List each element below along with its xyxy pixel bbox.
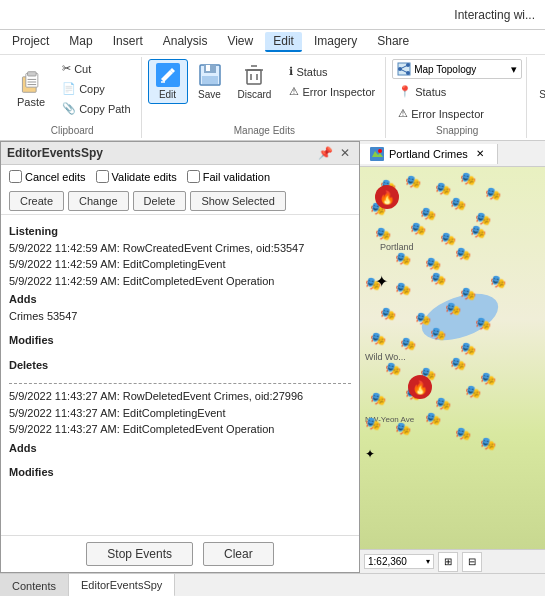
crime-dot: 🎭	[430, 272, 446, 285]
paste-label: Paste	[17, 96, 45, 108]
cut-icon: ✂	[62, 62, 71, 75]
discard-label: Discard	[238, 89, 272, 100]
manage-edits-items: ℹ Status ⚠ Error Inspector	[283, 62, 381, 101]
crime-dot: 🎭	[475, 317, 491, 330]
paste-icon	[19, 70, 43, 94]
main-content: EditorEventsSpy 📌 ✕ Cancel edits Validat…	[0, 141, 545, 573]
panel-controls: 📌 ✕	[317, 145, 353, 161]
crime-dot: 🎭	[460, 172, 476, 185]
crime-dot: 🎭	[480, 372, 496, 385]
discard-button[interactable]: Discard	[232, 59, 278, 104]
crime-dot: 🎭	[375, 227, 391, 240]
crime-dot: 🎭	[420, 207, 436, 220]
error-inspector-label: Error Inspector	[302, 86, 375, 98]
map-topology-dropdown[interactable]: Map Topology ▾	[392, 59, 522, 79]
grid-button-2[interactable]: ⊟	[462, 552, 482, 572]
tab-editor-events-spy[interactable]: EditorEventsSpy	[69, 574, 175, 596]
save-button[interactable]: Save	[190, 59, 230, 104]
log-section: Deletes	[9, 357, 351, 374]
validate-edits-checkbox-label[interactable]: Validate edits	[96, 170, 177, 183]
crime-dot: 🎭	[450, 197, 466, 210]
crime-dot: 🎭	[400, 337, 416, 350]
cancel-edits-label: Cancel edits	[25, 171, 86, 183]
discard-icon	[242, 63, 266, 87]
title-text: Interacting wi...	[454, 8, 535, 22]
status-button[interactable]: ℹ Status	[283, 62, 381, 81]
menu-edit[interactable]: Edit	[265, 32, 302, 52]
cancel-edits-checkbox[interactable]	[9, 170, 22, 183]
log-entry: 5/9/2022 11:42:59 AM: EditCompletedEvent…	[9, 273, 351, 290]
tab-contents[interactable]: Contents	[0, 574, 69, 596]
delete-button[interactable]: Delete	[133, 191, 187, 211]
log-section: Adds	[9, 440, 351, 457]
log-section: Adds	[9, 291, 351, 308]
editor-panel-header: EditorEventsSpy 📌 ✕	[1, 142, 359, 165]
show-selected-button[interactable]: Show Selected	[190, 191, 285, 211]
copy-button[interactable]: 📄 Copy	[56, 79, 136, 98]
log-entry: 5/9/2022 11:42:59 AM: RowCreatedEvent Cr…	[9, 240, 351, 257]
toolbar: Paste ✂ Cut 📄 Copy 📎 Copy Path Clipboard	[0, 55, 545, 141]
menu-analysis[interactable]: Analysis	[155, 32, 216, 52]
tab-bar: Contents EditorEventsSpy	[0, 573, 545, 596]
stop-events-button[interactable]: Stop Events	[86, 542, 193, 566]
map-tab-icon	[370, 147, 384, 161]
panel-close-button[interactable]: ✕	[337, 145, 353, 161]
svg-rect-10	[206, 65, 210, 71]
edit-buttons: Edit Save	[148, 59, 382, 104]
snapping-error-button[interactable]: ⚠ Error Inspector	[392, 104, 522, 123]
fail-validation-checkbox-label[interactable]: Fail validation	[187, 170, 270, 183]
validate-edits-checkbox[interactable]	[96, 170, 109, 183]
snapping-status-icon: 📍	[398, 85, 412, 98]
crime-dot: 🎭	[450, 357, 466, 370]
crime-dot: 🎭	[430, 327, 446, 340]
error-inspector-button[interactable]: ⚠ Error Inspector	[283, 82, 381, 101]
red-alert-1: 🔥	[375, 185, 399, 209]
copy-path-button[interactable]: 📎 Copy Path	[56, 99, 136, 118]
crime-dot: 🎭	[425, 257, 441, 270]
crime-dot: 🎭	[455, 427, 471, 440]
scale-dropdown[interactable]: 1:62,360 ▾	[364, 554, 434, 569]
copy-path-label: Copy Path	[79, 103, 130, 115]
change-button[interactable]: Change	[68, 191, 129, 211]
star-icon-2: ✦	[365, 447, 375, 461]
log-area: Listening5/9/2022 11:42:59 AM: RowCreate…	[1, 215, 359, 535]
log-entry: Crimes 53547	[9, 308, 351, 325]
save-icon	[198, 63, 222, 87]
snapping-button-group: Snapping	[529, 57, 545, 138]
manage-edits-label: Manage Edits	[234, 125, 295, 136]
editor-panel: EditorEventsSpy 📌 ✕ Cancel edits Validat…	[0, 141, 360, 573]
fail-validation-checkbox[interactable]	[187, 170, 200, 183]
create-button[interactable]: Create	[9, 191, 64, 211]
crime-dot: 🎭	[380, 307, 396, 320]
editor-panel-title: EditorEventsSpy	[7, 146, 103, 160]
map-close-button[interactable]: ✕	[473, 147, 487, 161]
snapping-main-button[interactable]: Snapping	[533, 59, 545, 104]
menu-insert[interactable]: Insert	[105, 32, 151, 52]
log-section: Listening	[9, 223, 351, 240]
menu-project[interactable]: Project	[4, 32, 57, 52]
clear-button[interactable]: Clear	[203, 542, 274, 566]
menu-share[interactable]: Share	[369, 32, 417, 52]
portland-crimes-tab[interactable]: Portland Crimes ✕	[360, 144, 498, 164]
menu-map[interactable]: Map	[61, 32, 100, 52]
crime-dot: 🎭	[435, 397, 451, 410]
cut-button[interactable]: ✂ Cut	[56, 59, 136, 78]
map-tab-title: Portland Crimes	[389, 148, 468, 160]
map-content[interactable]: Portland Wild Wo... NW-Yeon Ave 🎭 🎭 🎭 🎭 …	[360, 167, 545, 549]
menu-view[interactable]: View	[219, 32, 261, 52]
copy-path-icon: 📎	[62, 102, 76, 115]
snapping-status-button[interactable]: 📍 Status	[392, 82, 522, 101]
cancel-edits-checkbox-label[interactable]: Cancel edits	[9, 170, 86, 183]
bottom-buttons-row: Stop Events Clear	[1, 535, 359, 572]
panel-pin-button[interactable]: 📌	[317, 145, 333, 161]
crime-dot: 🎭	[460, 287, 476, 300]
clipboard-group: Paste ✂ Cut 📄 Copy 📎 Copy Path Clipboard	[4, 57, 142, 138]
grid-button-1[interactable]: ⊞	[438, 552, 458, 572]
validate-edits-label: Validate edits	[112, 171, 177, 183]
copy-icon: 📄	[62, 82, 76, 95]
edit-button[interactable]: Edit	[148, 59, 188, 104]
menu-imagery[interactable]: Imagery	[306, 32, 365, 52]
log-entry: 5/9/2022 11:43:27 AM: RowDeletedEvent Cr…	[9, 388, 351, 405]
svg-point-36	[378, 149, 382, 153]
paste-button[interactable]: Paste	[8, 65, 54, 113]
